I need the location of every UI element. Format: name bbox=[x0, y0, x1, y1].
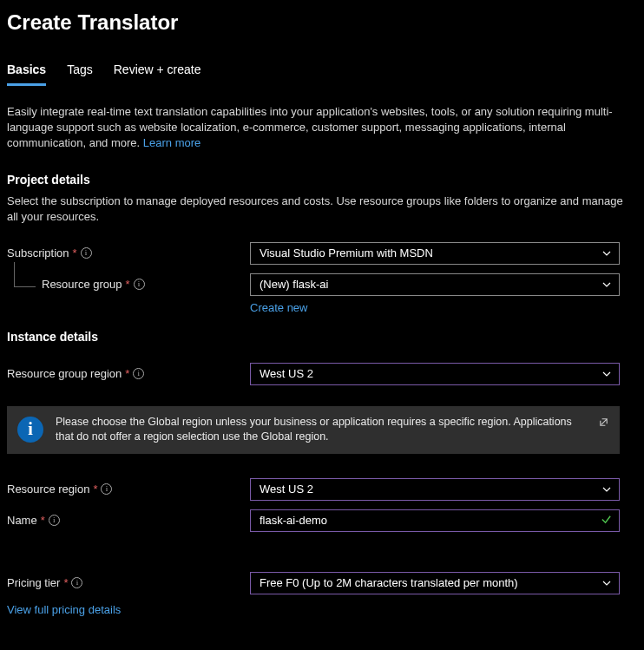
info-icon[interactable]: i bbox=[101, 483, 112, 495]
tab-bar: Basics Tags Review + create bbox=[7, 62, 637, 87]
name-value: flask-ai-demo bbox=[260, 514, 327, 527]
subscription-label-text: Subscription bbox=[7, 246, 69, 259]
pricing-tier-label: Pricing tier * i bbox=[7, 576, 250, 589]
check-icon bbox=[601, 514, 612, 528]
required-star: * bbox=[63, 576, 68, 589]
required-star: * bbox=[126, 278, 130, 291]
intro-body: Easily integrate real-time text translat… bbox=[7, 105, 613, 149]
resource-region-label-text: Resource region bbox=[7, 483, 89, 496]
required-star: * bbox=[93, 483, 97, 496]
name-label: Name * i bbox=[7, 514, 250, 527]
instance-details-heading: Instance details bbox=[7, 330, 637, 344]
region-info-text: Please choose the Global region unless y… bbox=[56, 415, 579, 445]
project-details-heading: Project details bbox=[7, 173, 637, 187]
pricing-tier-label-text: Pricing tier bbox=[7, 576, 60, 589]
view-full-pricing-link[interactable]: View full pricing details bbox=[7, 603, 121, 616]
subscription-dropdown[interactable]: Visual Studio Premium with MSDN bbox=[250, 242, 620, 265]
resource-group-dropdown[interactable]: (New) flask-ai bbox=[250, 273, 620, 296]
info-icon[interactable]: i bbox=[134, 279, 145, 290]
page-title: Create Translator bbox=[7, 10, 637, 35]
name-input[interactable]: flask-ai-demo bbox=[250, 509, 620, 532]
create-new-link[interactable]: Create new bbox=[250, 301, 307, 314]
required-star: * bbox=[41, 514, 45, 527]
region-info-box: i Please choose the Global region unless… bbox=[7, 406, 620, 454]
info-circle-icon: i bbox=[17, 417, 43, 443]
project-details-desc: Select the subscription to manage deploy… bbox=[7, 194, 637, 225]
external-link-icon[interactable] bbox=[598, 417, 609, 430]
chevron-down-icon bbox=[601, 369, 612, 379]
info-icon[interactable]: i bbox=[81, 247, 92, 259]
tab-tags[interactable]: Tags bbox=[67, 62, 93, 86]
chevron-down-icon bbox=[601, 578, 612, 588]
required-star: * bbox=[73, 246, 77, 259]
name-label-text: Name bbox=[7, 514, 37, 527]
subscription-label: Subscription * i bbox=[7, 246, 250, 259]
pricing-tier-dropdown[interactable]: Free F0 (Up to 2M characters translated … bbox=[250, 572, 620, 594]
chevron-down-icon bbox=[601, 484, 612, 495]
intro-text: Easily integrate real-time text translat… bbox=[7, 104, 632, 152]
resource-region-label: Resource region * i bbox=[7, 483, 250, 496]
info-icon[interactable]: i bbox=[71, 577, 82, 588]
resource-group-label: Resource group * i bbox=[7, 278, 250, 291]
chevron-down-icon bbox=[601, 279, 612, 290]
resource-group-value: (New) flask-ai bbox=[260, 278, 328, 291]
rg-region-label: Resource group region * i bbox=[7, 367, 250, 380]
resource-group-label-text: Resource group bbox=[42, 278, 122, 291]
resource-region-dropdown[interactable]: West US 2 bbox=[250, 478, 620, 501]
rg-region-dropdown[interactable]: West US 2 bbox=[250, 363, 620, 385]
tab-basics[interactable]: Basics bbox=[7, 62, 46, 86]
pricing-tier-value: Free F0 (Up to 2M characters translated … bbox=[260, 576, 518, 589]
resource-region-value: West US 2 bbox=[260, 483, 313, 496]
chevron-down-icon bbox=[601, 248, 612, 259]
required-star: * bbox=[125, 367, 129, 380]
info-icon[interactable]: i bbox=[49, 515, 60, 526]
tab-review-create[interactable]: Review + create bbox=[114, 62, 201, 86]
learn-more-link[interactable]: Learn more bbox=[143, 136, 200, 149]
subscription-value: Visual Studio Premium with MSDN bbox=[260, 246, 433, 259]
rg-region-value: West US 2 bbox=[260, 367, 313, 380]
info-icon[interactable]: i bbox=[133, 368, 144, 379]
rg-region-label-text: Resource group region bbox=[7, 367, 122, 380]
